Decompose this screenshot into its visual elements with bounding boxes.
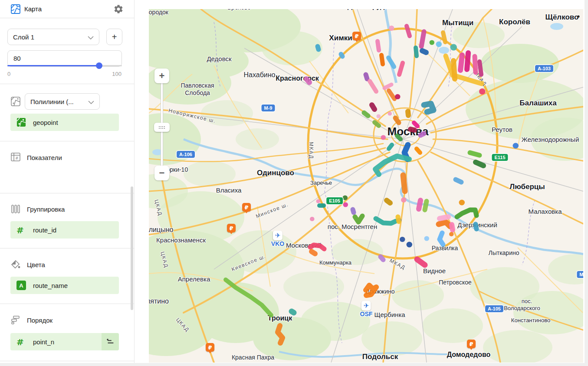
geopoint-icon xyxy=(16,118,26,127)
city-dot xyxy=(578,16,580,18)
order-field-chip[interactable]: # point_n xyxy=(10,333,119,350)
window-scrollbar-vertical[interactable] xyxy=(585,0,588,366)
chevron-down-icon xyxy=(88,98,94,105)
drag-dots-icon xyxy=(158,126,165,129)
map-canvas[interactable]: МоскваХимкиМытищиКоролёвЩёлковоБалашихаО… xyxy=(149,9,583,363)
geometry-type-value: Полилинии (... xyxy=(30,98,74,105)
grouping-icon xyxy=(10,204,21,214)
opacity-input[interactable]: 80 xyxy=(7,50,122,67)
order-field-label: point_n xyxy=(33,338,54,346)
sort-direction-button[interactable] xyxy=(102,333,119,350)
order-icon xyxy=(10,315,21,325)
panel-scrollbar[interactable] xyxy=(131,186,133,310)
opacity-slider-handle[interactable] xyxy=(96,62,102,69)
layer-select-value: Слой 1 xyxy=(13,33,34,41)
grouping-field-label: route_id xyxy=(33,226,56,234)
panel-title: Карта xyxy=(24,5,42,13)
road-shield: М5 xyxy=(577,271,583,278)
road-shield: А-103 xyxy=(535,65,553,72)
zoom-slider-handle[interactable] xyxy=(154,123,170,132)
road-shield: А-105 xyxy=(485,305,503,312)
string-field-icon: A xyxy=(16,281,26,290)
road-shield: М-9 xyxy=(262,105,275,111)
grouping-section-title: Группировка xyxy=(27,206,65,213)
airport-code-label: VKO xyxy=(271,240,284,247)
plane-icon: ✈ xyxy=(273,231,283,240)
gear-icon[interactable] xyxy=(113,4,124,14)
order-section-title: Порядок xyxy=(27,317,53,324)
geometry-type-select[interactable]: Полилинии (... xyxy=(25,93,100,110)
geometry-type-icon xyxy=(10,96,21,107)
airport-code-label: OSF xyxy=(360,310,373,317)
grouping-field-chip[interactable]: # route_id xyxy=(10,221,119,239)
number-field-icon: # xyxy=(16,337,26,346)
chevron-down-icon xyxy=(88,33,94,41)
fuel-price-marker[interactable]: ₽ xyxy=(467,340,476,348)
opacity-max-label: 100 xyxy=(112,71,122,77)
fuel-price-marker[interactable]: ₽ xyxy=(242,203,251,212)
airport-marker[interactable]: ✈VKO xyxy=(271,231,284,247)
geopoint-field-label: geopoint xyxy=(33,119,58,126)
road-shield: Е105 xyxy=(326,197,343,204)
measures-section-title: Показатели xyxy=(27,154,62,161)
map-settings-panel: Карта Слой 1 + 80 0 100 Полилинии (... xyxy=(0,0,135,366)
svg-text:#: # xyxy=(15,156,19,160)
road-shield: Е115 xyxy=(492,154,508,161)
airport-marker[interactable]: ✈OSF xyxy=(360,301,373,317)
fuel-price-marker[interactable]: ₽ xyxy=(227,224,236,232)
opacity-min-label: 0 xyxy=(7,71,10,77)
opacity-slider[interactable] xyxy=(7,65,122,66)
road-shield: А-106 xyxy=(177,151,195,158)
measures-icon: # xyxy=(10,152,21,162)
zoom-in-button[interactable]: + xyxy=(154,69,169,83)
window-scrollbar-horizontal[interactable] xyxy=(0,363,588,366)
fuel-price-marker[interactable]: ₽ xyxy=(206,343,214,352)
geopoint-field-chip[interactable]: geopoint xyxy=(10,114,119,131)
colors-field-label: route_name xyxy=(33,282,68,289)
colors-field-chip[interactable]: A route_name xyxy=(10,277,119,294)
plane-icon: ✈ xyxy=(361,301,371,310)
map-chart-icon xyxy=(10,4,21,16)
opacity-slider-fill xyxy=(7,65,99,66)
opacity-value: 80 xyxy=(13,55,21,62)
map-markers-layer: М-9А-106А-103А-105Е115Е105М5₽₽₽₽₽✈VKO✈OS… xyxy=(149,9,583,363)
add-layer-button[interactable]: + xyxy=(106,29,122,45)
zoom-out-button[interactable]: − xyxy=(154,166,169,180)
panel-header: Карта xyxy=(0,0,134,18)
number-field-icon: # xyxy=(16,225,26,235)
colors-section-title: Цвета xyxy=(27,261,45,268)
layer-select[interactable]: Слой 1 xyxy=(7,29,99,45)
colors-icon xyxy=(10,259,21,270)
fuel-price-marker[interactable]: ₽ xyxy=(352,32,361,40)
